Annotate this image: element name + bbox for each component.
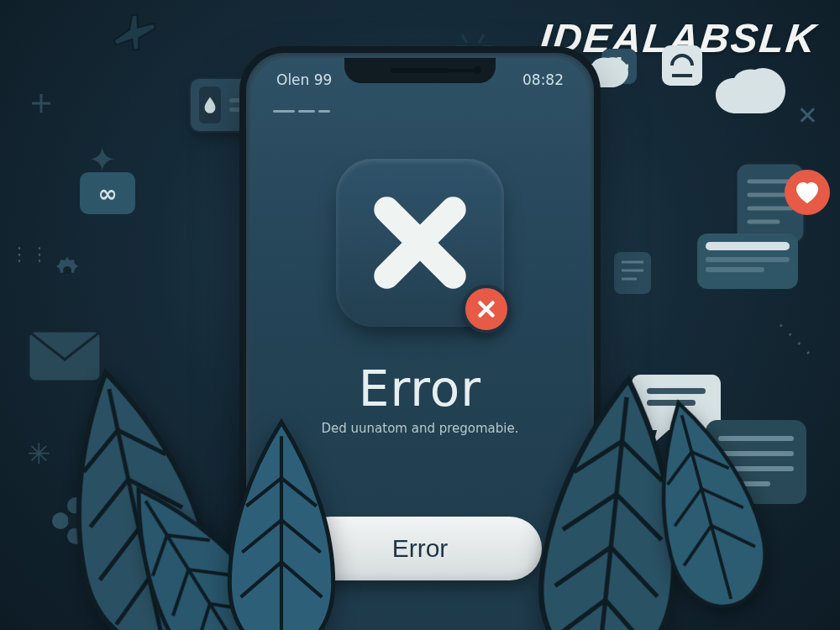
drop-icon	[199, 87, 221, 123]
app-error-icon	[336, 159, 504, 327]
dots-icon: · · · ·	[770, 315, 819, 364]
svg-rect-7	[662, 45, 702, 86]
x-icon: ✕	[797, 101, 818, 130]
svg-rect-14	[706, 257, 790, 262]
svg-rect-11	[614, 252, 651, 294]
message-card-icon	[697, 234, 798, 299]
gear-icon	[50, 254, 84, 287]
heart-badge-icon	[783, 168, 832, 217]
plus-icon: ✦	[88, 143, 117, 176]
status-right-text: 08:82	[522, 71, 564, 88]
svg-rect-13	[706, 242, 790, 250]
svg-rect-15	[706, 267, 764, 272]
status-left-text: Olen 99	[276, 71, 332, 88]
airplane-icon	[106, 4, 167, 59]
status-bar: Olen 99 08:82	[251, 66, 589, 88]
hamburger-icon[interactable]	[273, 103, 567, 118]
leaf-icon	[218, 412, 344, 630]
error-title: Error	[251, 360, 589, 417]
error-badge-icon	[462, 285, 511, 333]
infinity-badge-icon: ∞	[80, 172, 135, 214]
dots-icon: ⋮⋮	[10, 244, 50, 265]
plus-icon	[30, 92, 52, 114]
stamp-icon	[659, 42, 706, 89]
card-icon	[614, 252, 651, 294]
svg-point-0	[63, 266, 71, 275]
